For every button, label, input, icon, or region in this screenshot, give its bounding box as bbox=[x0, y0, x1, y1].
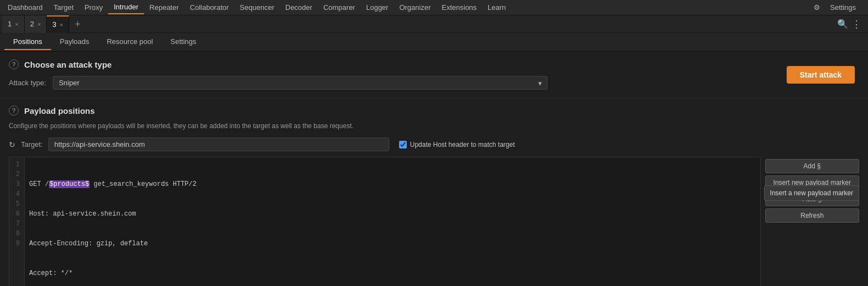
editor-text[interactable]: GET /$products$ get_search_keywords HTTP… bbox=[25, 157, 760, 286]
tab-3-label: 3 bbox=[52, 20, 56, 29]
nav-item-learn[interactable]: Learn bbox=[482, 1, 511, 14]
tab-1-close[interactable]: × bbox=[15, 21, 18, 28]
tab-positions[interactable]: Positions bbox=[4, 34, 51, 50]
attack-type-label: Attack type: bbox=[9, 79, 46, 87]
attack-type-title: Choose an attack type bbox=[24, 60, 112, 69]
payload-positions-help-icon[interactable]: ? bbox=[9, 106, 19, 116]
tab-3-close[interactable]: × bbox=[60, 21, 63, 28]
search-icon[interactable]: 🔍 bbox=[837, 19, 848, 29]
payload-positions-section: ? Payload positions Configure the positi… bbox=[0, 98, 868, 286]
line-numbers: 1 2 3 4 5 6 7 8 9 bbox=[9, 157, 25, 286]
target-input[interactable] bbox=[48, 138, 389, 151]
attack-type-select[interactable]: Sniper Battering ram Pitchfork Cluster b… bbox=[53, 76, 548, 90]
target-label: Target: bbox=[21, 140, 43, 148]
editor-area[interactable]: 1 2 3 4 5 6 7 8 9 GET /$products$ get_se… bbox=[9, 157, 761, 286]
more-options-icon[interactable]: ⋮ bbox=[852, 18, 861, 30]
editor-container: 1 2 3 4 5 6 7 8 9 GET /$products$ get_se… bbox=[9, 157, 859, 286]
payload-positions-title: Payload positions bbox=[24, 106, 95, 116]
target-refresh-icon[interactable]: ↻ bbox=[9, 140, 15, 149]
attack-type-section: ? Choose an attack type Attack type: Sni… bbox=[0, 52, 868, 98]
sub-tab-bar: Positions Payloads Resource pool Setting… bbox=[0, 33, 868, 52]
nav-item-decoder[interactable]: Decoder bbox=[280, 1, 318, 14]
side-buttons: Add § Insert new payload marker Auto § R… bbox=[761, 157, 859, 286]
payload-marker-1: $products$ bbox=[49, 180, 90, 188]
start-attack-button[interactable]: Start attack bbox=[787, 66, 855, 84]
tab-1-label: 1 bbox=[8, 20, 12, 28]
nav-item-target[interactable]: Target bbox=[48, 1, 79, 14]
tab-2[interactable]: 2 × bbox=[25, 15, 47, 33]
editor-line-3: Accept-Encoding: gzip, deflate bbox=[29, 239, 756, 249]
nav-item-comparer[interactable]: Comparer bbox=[318, 1, 361, 14]
tab-2-close[interactable]: × bbox=[37, 21, 41, 28]
main-content: ? Choose an attack type Attack type: Sni… bbox=[0, 52, 868, 286]
tab-resource-pool[interactable]: Resource pool bbox=[98, 34, 162, 50]
tab-payloads[interactable]: Payloads bbox=[51, 34, 98, 50]
nav-item-repeater[interactable]: Repeater bbox=[144, 1, 184, 14]
auto-button[interactable]: Auto § bbox=[765, 192, 859, 206]
insert-new-payload-marker-button[interactable]: Insert new payload marker bbox=[765, 175, 859, 190]
nav-item-organizer[interactable]: Organizer bbox=[394, 1, 436, 14]
tab-bar: 1 × 2 × 3 × + 🔍 ⋮ bbox=[0, 15, 868, 33]
nav-item-intruder[interactable]: Intruder bbox=[108, 1, 144, 14]
tab-3[interactable]: 3 × bbox=[47, 15, 69, 33]
editor-line-2: Host: api-service.shein.com bbox=[29, 209, 756, 219]
nav-item-sequencer[interactable]: Sequencer bbox=[234, 1, 280, 14]
tab-settings[interactable]: Settings bbox=[162, 34, 205, 50]
nav-item-collaborator[interactable]: Collaborator bbox=[184, 1, 234, 14]
editor-line-1: GET /$products$ get_search_keywords HTTP… bbox=[29, 179, 756, 189]
update-host-text: Update Host header to match target bbox=[410, 141, 515, 148]
update-host-checkbox[interactable] bbox=[399, 141, 407, 148]
tab-2-label: 2 bbox=[30, 20, 34, 28]
nav-item-logger[interactable]: Logger bbox=[361, 1, 394, 14]
editor-line-4: Accept: */* bbox=[29, 268, 756, 278]
nav-item-proxy[interactable]: Proxy bbox=[79, 1, 108, 14]
tab-add-button[interactable]: + bbox=[69, 15, 86, 33]
settings-icon[interactable]: ⚙ bbox=[814, 3, 820, 12]
refresh-button[interactable]: Refresh bbox=[765, 208, 859, 223]
add-button[interactable]: Add § bbox=[765, 159, 859, 173]
target-row: ↻ Target: Update Host header to match ta… bbox=[9, 138, 859, 151]
nav-item-extensions[interactable]: Extensions bbox=[436, 1, 483, 14]
nav-item-dashboard[interactable]: Dashboard bbox=[2, 1, 48, 14]
update-host-label[interactable]: Update Host header to match target bbox=[399, 141, 515, 148]
settings-label[interactable]: Settings bbox=[825, 1, 861, 14]
top-nav: Dashboard Target Proxy Intruder Repeater… bbox=[0, 0, 868, 15]
payload-positions-description: Configure the positions where payloads w… bbox=[9, 122, 859, 130]
tab-1[interactable]: 1 × bbox=[2, 15, 25, 33]
attack-type-help-icon[interactable]: ? bbox=[9, 59, 19, 69]
